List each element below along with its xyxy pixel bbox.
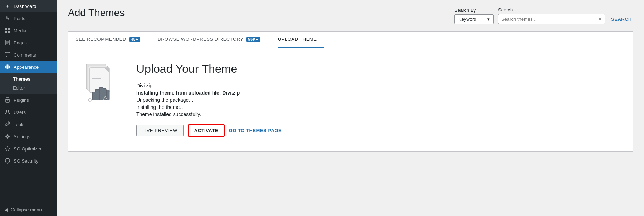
sidebar-item-appearance[interactable]: Appearance bbox=[0, 61, 57, 73]
media-icon bbox=[4, 27, 11, 34]
tab-upload-theme[interactable]: UPLOAD THEME bbox=[278, 32, 324, 48]
sidebar-item-label: Dashboard bbox=[14, 4, 36, 9]
header-row: Add Themes Search By Keyword ▾ Search ✕ … bbox=[68, 7, 633, 24]
search-input-group: Search ✕ bbox=[498, 7, 605, 24]
collapse-icon: ◀ bbox=[4, 207, 8, 212]
search-input-wrap: ✕ bbox=[498, 14, 605, 24]
tab-see-recommended[interactable]: SEE RECOMMENDED 45+ bbox=[75, 32, 147, 48]
plugins-icon bbox=[4, 97, 11, 103]
posts-icon: ✎ bbox=[4, 15, 11, 21]
sidebar-item-comments[interactable]: Comments bbox=[0, 49, 57, 61]
dashboard-icon: ⊞ bbox=[4, 3, 11, 9]
sidebar-item-users[interactable]: Users bbox=[0, 106, 57, 118]
sidebar-item-sg-optimizer[interactable]: SG Optimizer bbox=[0, 143, 57, 155]
sidebar-item-dashboard[interactable]: ⊞ Dashboard bbox=[0, 0, 57, 12]
install-installing-line: Installing theme from uploaded file: Div… bbox=[136, 90, 622, 96]
upload-illustration bbox=[79, 62, 122, 109]
svg-rect-2 bbox=[5, 31, 7, 33]
svg-rect-8 bbox=[5, 52, 10, 56]
sidebar-sub-item-editor[interactable]: Editor bbox=[0, 83, 57, 92]
pages-icon bbox=[4, 39, 11, 46]
sidebar-sub-item-themes[interactable]: Themes bbox=[0, 75, 57, 83]
activate-button[interactable]: ACTIVATE bbox=[188, 124, 225, 137]
sidebar-item-label: Plugins bbox=[14, 97, 29, 103]
sidebar-item-label: Comments bbox=[14, 52, 36, 58]
search-area: Search By Keyword ▾ Search ✕ SEARCH bbox=[454, 7, 633, 24]
sidebar-item-sg-security[interactable]: SG Security bbox=[0, 155, 57, 167]
upload-theme-illustration bbox=[81, 62, 120, 109]
sidebar-item-label: Appearance bbox=[14, 64, 39, 70]
svg-rect-23 bbox=[99, 87, 103, 100]
sidebar-item-pages[interactable]: Pages bbox=[0, 37, 57, 49]
search-by-dropdown[interactable]: Keyword ▾ bbox=[454, 14, 494, 24]
sidebar-item-label: Posts bbox=[14, 16, 25, 21]
install-step2: Installing the theme… bbox=[136, 104, 622, 110]
sidebar-item-tools[interactable]: Tools bbox=[0, 118, 57, 130]
sidebar-item-label: SG Security bbox=[14, 158, 38, 164]
svg-rect-24 bbox=[103, 88, 106, 100]
clear-icon[interactable]: ✕ bbox=[598, 16, 602, 22]
tab-browse-wordpress[interactable]: BROWSE WORDPRESS DIRECTORY 55K+ bbox=[158, 32, 267, 48]
appearance-icon bbox=[4, 64, 11, 70]
sidebar-item-plugins[interactable]: Plugins bbox=[0, 94, 57, 106]
install-step3: Theme installed successfully. bbox=[136, 111, 622, 117]
search-by-label: Search By bbox=[454, 8, 494, 13]
svg-rect-0 bbox=[5, 28, 7, 30]
live-preview-button[interactable]: LIVE PREVIEW bbox=[136, 125, 184, 136]
sidebar-item-label: SG Optimizer bbox=[14, 146, 42, 152]
search-button[interactable]: SEARCH bbox=[610, 14, 633, 24]
comments-icon bbox=[4, 52, 11, 58]
tab-label-browse-wordpress: BROWSE WORDPRESS DIRECTORY bbox=[158, 37, 243, 42]
chevron-down-icon: ▾ bbox=[487, 16, 490, 22]
sg-security-icon bbox=[4, 158, 11, 164]
svg-point-12 bbox=[6, 110, 9, 112]
sidebar-item-posts[interactable]: ✎ Posts bbox=[0, 12, 57, 24]
collapse-menu-item[interactable]: ◀ Collapse menu bbox=[0, 203, 57, 216]
tabs-bar: SEE RECOMMENDED 45+ BROWSE WORDPRESS DIR… bbox=[68, 32, 633, 48]
install-step1: Unpacking the package… bbox=[136, 97, 622, 103]
sidebar-item-label: Tools bbox=[14, 122, 24, 127]
sidebar-item-label: Settings bbox=[14, 134, 30, 139]
upload-title: Upload Your Theme bbox=[136, 62, 622, 76]
users-icon bbox=[4, 109, 11, 115]
svg-point-27 bbox=[88, 99, 91, 101]
sg-optimizer-icon bbox=[4, 145, 11, 152]
search-input-label: Search bbox=[498, 7, 605, 13]
sidebar-item-label: Users bbox=[14, 110, 26, 115]
upload-details: Upload Your Theme Divi.zip Installing th… bbox=[136, 62, 622, 137]
svg-point-13 bbox=[7, 136, 9, 138]
themes-card: SEE RECOMMENDED 45+ BROWSE WORDPRESS DIR… bbox=[68, 31, 633, 152]
sidebar: ⊞ Dashboard ✎ Posts Media Pages Comments… bbox=[0, 0, 57, 216]
appearance-submenu: Themes Editor bbox=[0, 73, 57, 94]
sidebar-item-label: Media bbox=[14, 28, 26, 33]
install-filename: Divi.zip bbox=[136, 83, 622, 88]
sidebar-item-label: Pages bbox=[14, 40, 27, 45]
search-by-group: Search By Keyword ▾ bbox=[454, 8, 494, 24]
search-input[interactable] bbox=[501, 16, 596, 22]
settings-icon bbox=[4, 133, 11, 140]
svg-rect-1 bbox=[8, 28, 10, 30]
page-title: Add Themes bbox=[68, 7, 125, 19]
tab-badge-see-recommended: 45+ bbox=[129, 37, 140, 42]
upload-content: Upload Your Theme Divi.zip Installing th… bbox=[68, 48, 633, 151]
tab-label-upload-theme: UPLOAD THEME bbox=[278, 37, 317, 42]
sidebar-item-settings[interactable]: Settings bbox=[0, 130, 57, 143]
sidebar-item-media[interactable]: Media bbox=[0, 24, 57, 37]
tools-icon bbox=[4, 121, 11, 128]
main-content: Add Themes Search By Keyword ▾ Search ✕ … bbox=[57, 0, 644, 216]
search-dropdown-value: Keyword bbox=[458, 16, 477, 22]
svg-marker-14 bbox=[5, 146, 10, 151]
go-to-themes-button[interactable]: GO TO THEMES PAGE bbox=[229, 128, 282, 133]
install-actions: LIVE PREVIEW ACTIVATE GO TO THEMES PAGE bbox=[136, 124, 622, 137]
svg-rect-26 bbox=[92, 92, 96, 100]
tab-badge-browse-wordpress: 55K+ bbox=[246, 37, 260, 42]
tab-label-see-recommended: SEE RECOMMENDED bbox=[75, 37, 126, 42]
svg-rect-3 bbox=[8, 31, 10, 33]
collapse-menu-label: Collapse menu bbox=[11, 207, 42, 212]
